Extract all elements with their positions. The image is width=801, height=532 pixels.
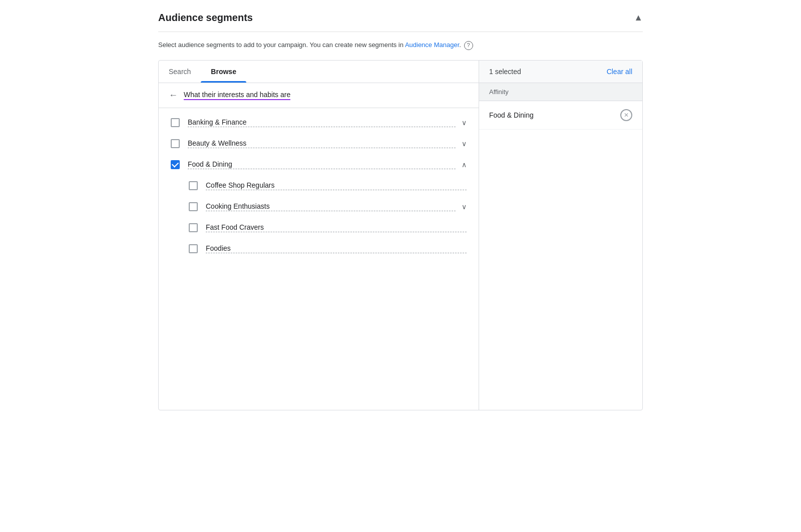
list-item[interactable]: Coffee Shop Regulars: [159, 175, 479, 196]
checkbox-fastfood[interactable]: [189, 223, 198, 232]
description-suffix: .: [459, 41, 461, 49]
checkbox-foodies[interactable]: [189, 244, 198, 253]
breadcrumb: What their interests and habits are: [184, 91, 290, 100]
list-item[interactable]: Cooking Enthusiasts ∨: [159, 196, 479, 217]
right-panel-header: 1 selected Clear all: [479, 61, 642, 83]
back-arrow-icon[interactable]: ←: [169, 90, 178, 101]
selected-count: 1 selected: [489, 68, 521, 76]
checkbox-banking[interactable]: [171, 118, 180, 127]
item-label-banking: Banking & Finance: [188, 118, 456, 127]
item-label-cooking: Cooking Enthusiasts: [206, 202, 456, 211]
chevron-down-icon-beauty[interactable]: ∨: [462, 140, 467, 148]
audience-manager-link[interactable]: Audience Manager: [405, 41, 459, 49]
selected-item-label: Food & Dining: [489, 111, 534, 119]
food-sub-items: Coffee Shop Regulars Cooking Enthusiasts…: [159, 175, 479, 259]
item-label-foodies: Foodies: [206, 244, 467, 253]
selected-item: Food & Dining: [479, 101, 642, 130]
item-label-beauty: Beauty & Wellness: [188, 139, 456, 148]
chevron-down-icon-cooking[interactable]: ∨: [462, 203, 467, 211]
item-label-food: Food & Dining: [188, 160, 456, 169]
clear-all-button[interactable]: Clear all: [607, 68, 632, 76]
list-item[interactable]: Fast Food Cravers: [159, 217, 479, 238]
left-panel: Search Browse ← What their interests and…: [159, 61, 479, 410]
items-list: Banking & Finance ∨ Beauty & Wellness ∨ …: [159, 108, 479, 263]
list-item[interactable]: Foodies: [159, 238, 479, 259]
item-label-coffee: Coffee Shop Regulars: [206, 181, 467, 190]
list-item[interactable]: Banking & Finance ∨: [159, 112, 479, 133]
affinity-header: Affinity: [479, 83, 642, 101]
audience-segments-panel: Search Browse ← What their interests and…: [158, 60, 643, 410]
list-item[interactable]: Beauty & Wellness ∨: [159, 133, 479, 154]
right-panel: 1 selected Clear all Affinity Food & Din…: [479, 61, 642, 410]
checkbox-beauty[interactable]: [171, 139, 180, 148]
breadcrumb-row: ← What their interests and habits are: [159, 83, 479, 108]
panel-description: Select audience segments to add to your …: [158, 40, 643, 50]
list-item[interactable]: Food & Dining ∧: [159, 154, 479, 175]
collapse-button[interactable]: ▲: [634, 13, 643, 23]
chevron-up-icon-food[interactable]: ∧: [462, 161, 467, 169]
description-text: Select audience segments to add to your …: [158, 41, 405, 49]
remove-item-button[interactable]: [620, 109, 632, 121]
panel-title: Audience segments: [158, 12, 253, 24]
checkbox-food[interactable]: [171, 160, 180, 169]
item-label-fastfood: Fast Food Cravers: [206, 223, 467, 232]
tab-browse[interactable]: Browse: [201, 61, 246, 83]
tabs-container: Search Browse: [159, 61, 479, 83]
tab-search[interactable]: Search: [159, 61, 201, 83]
checkbox-cooking[interactable]: [189, 202, 198, 211]
checkbox-coffee[interactable]: [189, 181, 198, 190]
help-icon[interactable]: ?: [464, 41, 473, 50]
chevron-down-icon-banking[interactable]: ∨: [462, 119, 467, 127]
